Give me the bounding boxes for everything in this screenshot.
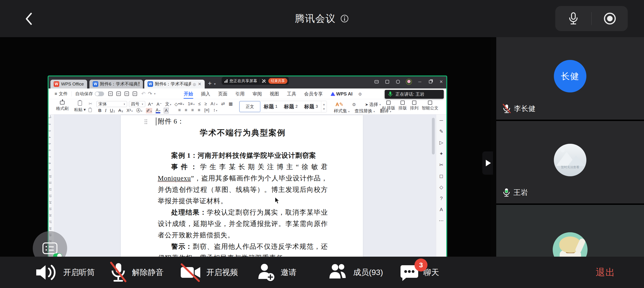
underline-icon[interactable]: U▾ [110, 108, 115, 113]
align-center-icon[interactable]: ≡ [185, 108, 187, 113]
style-set-icon-button[interactable]: A✎ [336, 102, 343, 108]
unmute-button[interactable]: 解除静音 [109, 257, 164, 288]
exit-meeting-button[interactable]: 退出 [596, 257, 615, 288]
tool-样式集[interactable]: 样式集 ▾ [334, 108, 350, 114]
assistant-icon[interactable] [374, 79, 380, 84]
paragraph-layout-icon[interactable]: [≡] [204, 108, 209, 113]
bullet-list-icon[interactable]: •≡▾ [178, 101, 184, 106]
clear-format-icon[interactable]: ◇ [174, 102, 178, 107]
indent-icon[interactable]: ≥ [204, 101, 207, 106]
workspace-icon[interactable] [384, 79, 390, 84]
expand-video-panel-button[interactable] [482, 152, 493, 175]
vertical-scrollbar[interactable] [432, 118, 435, 154]
numbered-list-icon[interactable]: 1≡▾ [188, 101, 194, 106]
tab-list-dropdown-icon[interactable]: ▾ [214, 82, 216, 86]
tool-排版[interactable]: 排版 [398, 100, 407, 111]
start-video-button[interactable]: 开启视频 [179, 257, 238, 288]
decrease-font-icon[interactable]: A⁻ [156, 102, 162, 107]
paragraph-drag-handle[interactable] [144, 119, 148, 124]
cut-icon[interactable]: ✂ [439, 162, 444, 167]
pinyin-icon[interactable]: 文▾ [165, 101, 171, 107]
stop-share-button[interactable]: 结束共享 [268, 78, 288, 84]
menu-tab-工具[interactable]: 工具 [283, 88, 300, 99]
text-direction-icon[interactable]: A↕▾ [210, 101, 218, 106]
print-icon[interactable] [124, 92, 129, 96]
tool-AI 排版[interactable]: AI 排版 [382, 100, 395, 111]
close-window-button[interactable]: ✕ [438, 79, 444, 84]
font-color-icon[interactable]: A▾ [156, 108, 160, 113]
cut-button[interactable]: ✂ [88, 101, 92, 106]
menu-tab-插入[interactable]: 插入 [197, 88, 214, 99]
info-icon[interactable] [340, 14, 349, 23]
gallery-scroll-arrows[interactable]: ▲▼ [321, 101, 327, 112]
select-tool-button[interactable]: ➤ 选择▾ [365, 102, 381, 108]
document-tab-1[interactable]: W 附件6：学术不端典型案例.docx [90, 80, 143, 88]
wps-home-tab[interactable]: W WPS Office [50, 80, 87, 88]
ribbon-search-icon[interactable]: 🜕 [358, 91, 362, 96]
tab-stop-selector[interactable]: L [50, 114, 52, 118]
paste-button[interactable]: 粘贴 ▾ [74, 100, 86, 112]
file-menu[interactable]: ≡ 文件 [54, 91, 68, 97]
quick-access-dropdown-icon[interactable]: ▾ [154, 92, 156, 96]
char-border-icon[interactable]: A [164, 108, 169, 113]
select-cursor-icon[interactable]: ▷ [439, 140, 443, 145]
tool-查找替换[interactable]: 查找替换 ▾ [355, 108, 375, 114]
theme-icon[interactable]: ◇ [439, 185, 443, 190]
restore-button[interactable] [428, 79, 433, 84]
char-effect-icon[interactable]: Ⓐ▾ [136, 108, 142, 114]
invite-button[interactable]: 邀请 [256, 257, 296, 288]
pen-icon[interactable]: ✎ [439, 129, 444, 134]
participant-tile[interactable]: 长健 李长健 [496, 37, 644, 120]
menu-tab-会员专享[interactable]: 会员专享 [300, 88, 327, 99]
account-avatar[interactable] [406, 79, 412, 85]
outdent-icon[interactable]: ≤ [198, 101, 200, 106]
export-icon[interactable] [116, 92, 121, 96]
tool-智能公文[interactable]: 智能公文 [422, 100, 438, 111]
undo-icon[interactable]: ↶ [141, 91, 146, 97]
record-button[interactable] [592, 6, 628, 31]
participant-tile[interactable]: 暂时无法查看 王岩 [496, 121, 644, 204]
document-tab-2-active[interactable]: W 附件6：学术不端典型案例_2 ◎ ✕ [144, 80, 205, 88]
find-replace-icon-button[interactable]: 🜕 [352, 102, 356, 107]
strikethrough-icon[interactable]: A▾ [118, 108, 123, 113]
style-heading-1[interactable]: 标题1 [260, 101, 281, 112]
collapse-ribbon-icon[interactable]: ─ [440, 118, 443, 123]
menu-tab-审阅[interactable]: 审阅 [248, 88, 266, 99]
autosave-toggle[interactable] [95, 92, 104, 96]
menu-tab-WPS AI[interactable]: WPS AI [327, 88, 356, 99]
superscript-icon[interactable]: X²▾ [126, 108, 133, 113]
participant-tile[interactable] [496, 205, 644, 257]
align-justify-icon[interactable]: ≡ [198, 108, 200, 113]
italic-icon[interactable]: I [105, 108, 106, 113]
print-preview-icon[interactable] [133, 92, 137, 96]
redo-icon[interactable]: ↷ [148, 91, 152, 97]
doc-hyperlink[interactable]: Moniquexu [158, 174, 191, 182]
style-heading-2[interactable]: 标题2 [281, 101, 301, 112]
apps-box-icon[interactable] [395, 79, 401, 84]
grid-icon[interactable]: ▦ [228, 101, 233, 106]
style-heading-3[interactable]: 标题3 [301, 101, 321, 112]
style-card-icon[interactable]: ◻ [439, 174, 443, 178]
increase-font-icon[interactable]: A⁺ [148, 102, 153, 107]
minimize-button[interactable]: ─ [417, 79, 422, 84]
save-icon[interactable] [108, 92, 113, 96]
style-body[interactable]: 正文 [239, 101, 260, 112]
align-right-icon[interactable]: ≡ [191, 108, 194, 113]
members-button[interactable]: 成员(93) [327, 257, 383, 288]
tool-排列[interactable]: 排列 [410, 100, 418, 111]
format-painter-button[interactable]: 格式刷 [56, 100, 68, 111]
translate-icon[interactable]: A [440, 207, 443, 212]
speaker-button[interactable]: 开启听筒 [34, 257, 95, 288]
annotate-off-icon[interactable] [262, 78, 266, 83]
menu-tab-页面[interactable]: 页面 [214, 88, 232, 99]
more-icon[interactable]: ⋯ [439, 218, 444, 223]
new-tab-button[interactable]: + [208, 80, 212, 87]
align-left-icon[interactable]: ≡ [178, 108, 181, 113]
highlight-icon[interactable]: ✐▾ [146, 108, 152, 113]
font-size-select[interactable]: 四号▾ [129, 101, 145, 107]
close-tab-icon[interactable]: ✕ [198, 82, 202, 87]
bold-icon[interactable]: B [98, 108, 102, 113]
line-spacing-icon[interactable]: ↕▾ [213, 108, 217, 113]
menu-tab-开始[interactable]: 开始 [180, 88, 197, 99]
adjust-icon[interactable]: ✦ [439, 151, 444, 156]
